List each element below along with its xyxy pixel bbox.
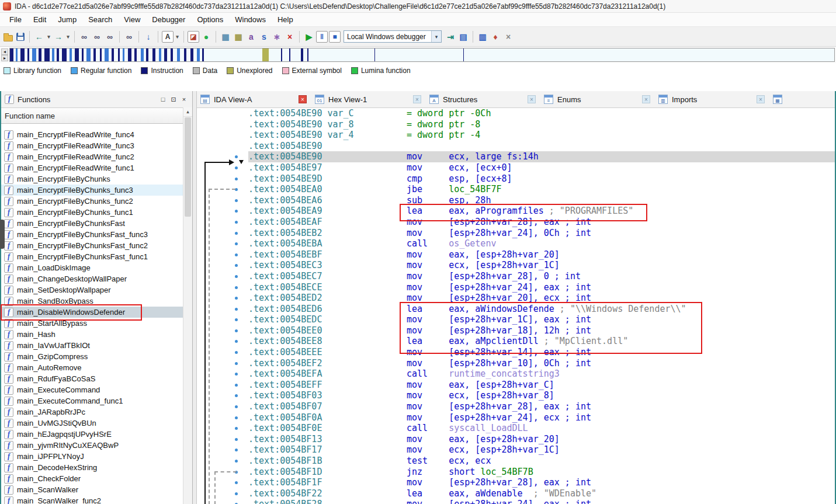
function-item[interactable]: fmain_LoadDiskImage (1, 262, 192, 273)
function-item[interactable]: fmain_RdufFyaBCoSaS (1, 373, 192, 384)
forward-history-dropdown-icon[interactable]: ▾ (65, 31, 71, 43)
menu-item-jump[interactable]: Jump (52, 13, 82, 26)
scrollbar-up-icon[interactable]: ▴ (183, 107, 192, 117)
panel-maximize-button[interactable]: □ (158, 95, 168, 104)
function-item[interactable]: fmain_yjvmRItNyCuXEAQBwP (1, 440, 192, 451)
search-immediate-icon[interactable]: ∞ (104, 31, 116, 43)
disasm-line[interactable]: .text:0054BEAF mov [esp+28h+var_28], eax… (197, 217, 835, 228)
tab-imports[interactable]: ▥Imports× (658, 95, 773, 104)
function-item[interactable]: fmain_EncryptFileReadWrite_func1 (1, 162, 192, 173)
function-item[interactable]: fmain_IaVwUafTBkIOt (1, 340, 192, 351)
function-item[interactable]: fmain_SetDesktopWallpaper (1, 284, 192, 296)
functions-panel-header[interactable]: f Functions □⊡× (1, 91, 192, 108)
function-item[interactable]: fmain_DecodeHexString (1, 462, 192, 473)
close-icon[interactable]: × (642, 95, 650, 103)
function-item[interactable]: fmain_AutoRemove (1, 362, 192, 373)
function-item[interactable]: fmain_EncryptFileByChunksFast (1, 218, 192, 229)
tab-enums[interactable]: ≡Enums× (544, 95, 658, 104)
disasm-line[interactable]: .text:0054BF17 mov ecx, [esp+28h+var_1C] (197, 444, 835, 456)
function-item[interactable]: fmain_SandBoxBypass (1, 296, 192, 307)
function-item[interactable]: fmain_EncryptFileReadWrite_func3 (1, 140, 192, 151)
disasm-line[interactable]: .text:0054BF0E call syscall_LoadDLL (197, 423, 835, 434)
pause-process-icon[interactable]: ‖ (316, 31, 328, 43)
disasm-line[interactable]: .text:0054BE97 mov ecx, [ecx+0] (197, 162, 835, 173)
disasm-line[interactable]: .text:0054BEBA call os_Getenv (197, 238, 835, 249)
disasm-line[interactable]: .text:0054BEEE mov [esp+28h+var_14], eax… (197, 347, 835, 358)
disasm-line[interactable]: .text:0054BE90 var_C = dword ptr -0Ch (197, 108, 835, 119)
menu-item-view[interactable]: View (118, 13, 146, 26)
disasm-line[interactable]: .text:0054BF0A mov [esp+28h+var_24], ecx… (197, 412, 835, 423)
disasm-line[interactable]: .text:0054BEA6 sub esp, 28h (197, 195, 835, 206)
process-options-icon[interactable]: ▤ (457, 31, 469, 43)
colors-icon[interactable]: ◪ (188, 31, 199, 43)
disasm-line[interactable]: .text:0054BEF2 mov [esp+28h+var_10], 0Ch… (197, 358, 835, 369)
disasm-line[interactable]: .text:0054BEFA call runtime_concatstring… (197, 369, 835, 380)
navigate-forward-icon[interactable]: → (53, 31, 64, 43)
function-item[interactable]: fmain_Hash (1, 329, 192, 340)
function-item[interactable]: fmain_DisableWindowsDefender (1, 307, 192, 318)
terminate-process-icon[interactable]: × (502, 31, 514, 43)
menu-item-file[interactable]: File (4, 13, 27, 26)
navigation-band[interactable] (9, 48, 835, 62)
debugger-select[interactable]: Local Windows debugger▾ (344, 30, 442, 43)
tab-ida-view-a[interactable]: ▤IDA View-A× (200, 95, 315, 104)
function-item[interactable]: fmain_EncryptFileByChunks (1, 173, 192, 185)
search-next-icon[interactable]: ∞ (123, 31, 135, 43)
function-item[interactable]: fmain_JARapbRrJPc (1, 406, 192, 418)
function-item[interactable]: fmain_ChangeDesktopWallPaper (1, 273, 192, 284)
function-item[interactable]: fmain_EncryptFileByChunksFast_func3 (1, 229, 192, 240)
close-icon[interactable]: × (528, 95, 536, 103)
disasm-line[interactable]: .text:0054BEBF mov eax, [esp+28h+var_20] (197, 249, 835, 260)
close-icon[interactable]: × (413, 95, 421, 103)
navigate-back-icon[interactable]: ← (33, 31, 45, 43)
function-item[interactable]: fmain_ExecuteCommand_func1 (1, 395, 192, 406)
function-item[interactable]: fmain_EncryptFileByChunks_func1 (1, 207, 192, 218)
disasm-line[interactable]: .text:0054BE9D cmp esp, [ecx+8] (197, 173, 835, 185)
disasm-line[interactable]: .text:0054BEA9 lea eax, aProgramfiles ; … (197, 206, 835, 217)
open-file-icon[interactable] (4, 35, 13, 41)
disasm-line[interactable]: .text:0054BF03 mov ecx, [esp+28h+var_8] (197, 390, 835, 401)
menu-item-windows[interactable]: Windows (229, 13, 272, 26)
disasm-line[interactable]: .text:0054BE90 mov ecx, large fs:14h (197, 151, 835, 162)
disasm-line[interactable]: .text:0054BF1B test ecx, ecx (197, 456, 835, 467)
disasm-line[interactable]: .text:0054BEDC mov [esp+28h+var_1C], eax… (197, 314, 835, 325)
disasm-line[interactable]: .text:0054BE90 (197, 141, 835, 152)
close-icon[interactable]: × (299, 95, 307, 103)
disasm-line[interactable]: .text:0054BED2 mov [esp+28h+var_20], ecx… (197, 293, 835, 304)
title-bar[interactable]: IDA - d6c1d2e77ce21d5a026e7abf99c9fffe55… (0, 0, 836, 13)
start-process-icon[interactable]: ▶ (303, 31, 315, 43)
tab-hex-view-1[interactable]: 01Hex View-1× (315, 95, 429, 104)
menu-item-help[interactable]: Help (272, 13, 299, 26)
function-item[interactable]: fmain_StartAllBypass (1, 318, 192, 329)
menu-item-search[interactable]: Search (82, 13, 118, 26)
patch-bytes-icon[interactable]: ∗ (271, 31, 283, 43)
function-name-column-header[interactable]: Function name (1, 108, 192, 124)
disasm-line[interactable]: .text:0054BF28 mov [esp+28h+var_24], eax… (197, 499, 835, 504)
disasm-line[interactable]: .text:0054BF13 mov eax, [esp+28h+var_20] (197, 434, 835, 445)
stop-process-icon[interactable]: ■ (329, 31, 341, 43)
search-names-icon[interactable]: ∞ (78, 31, 90, 43)
disasm-line[interactable]: .text:0054BF1F mov [esp+28h+var_28], eax… (197, 477, 835, 488)
save-file-icon[interactable] (16, 33, 25, 41)
panel-close-button[interactable]: × (179, 95, 189, 104)
function-item[interactable]: fmain_EncryptFileReadWrite_func2 (1, 151, 192, 162)
functions-scrollbar[interactable]: ▴ (183, 107, 192, 504)
function-item[interactable]: fmain_EncryptFileByChunks_func2 (1, 196, 192, 207)
disasm-line[interactable]: .text:0054BEC3 mov ecx, [esp+28h+var_1C] (197, 260, 835, 271)
scrollbar-thumb[interactable] (185, 117, 191, 217)
disasm-line[interactable]: .text:0054BED6 lea eax, aWindowsDefende … (197, 304, 835, 315)
disasm-line[interactable]: .text:0054BE90 var_4 = dword ptr -4 (197, 130, 835, 141)
navband-left-arrow-icon[interactable]: ◂ (1, 48, 8, 55)
docked-panel-handle[interactable] (0, 220, 5, 249)
disasm-line[interactable]: .text:0054BF1D jnz short loc_54BF7B (197, 467, 835, 478)
function-item[interactable]: fmain_GzipCompress (1, 351, 192, 362)
function-item[interactable]: fmain_ScanWalker_func2 (1, 495, 192, 504)
text-options-icon[interactable]: A (162, 31, 174, 43)
create-data-icon[interactable]: ▦ (233, 31, 244, 43)
function-item[interactable]: fmain_ExecuteCommand (1, 384, 192, 395)
create-code-icon[interactable]: ▦ (220, 31, 231, 43)
menu-item-options[interactable]: Options (191, 13, 229, 26)
function-item[interactable]: fmain_ScanWalker (1, 484, 192, 495)
menu-item-debugger[interactable]: Debugger (146, 13, 191, 26)
function-item[interactable]: fmain_EncryptFileByChunksFast_func2 (1, 240, 192, 251)
